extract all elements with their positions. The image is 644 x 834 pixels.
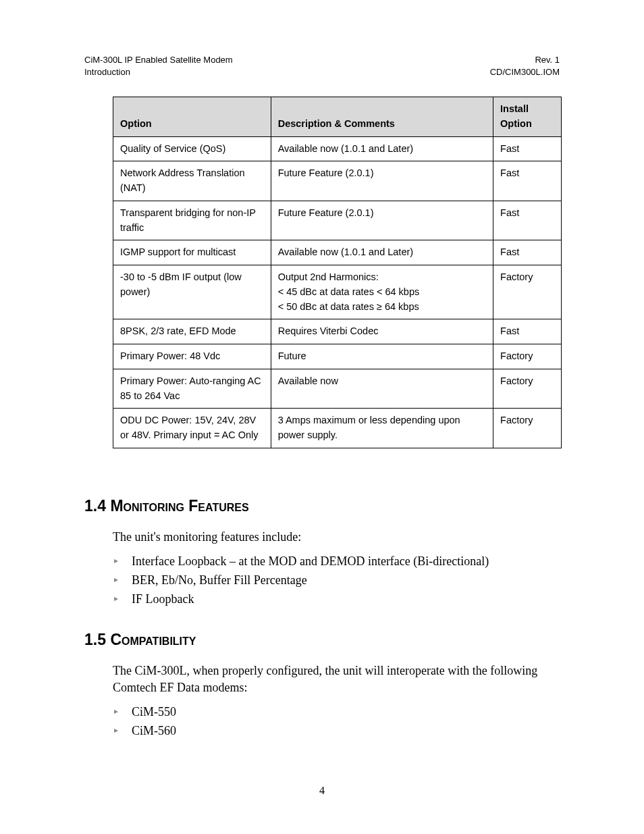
cell-desc: Requires Viterbi Codec xyxy=(271,319,493,344)
section-1-5-list: CiM-550 CiM-560 xyxy=(113,703,560,741)
section-number: 1.4 xyxy=(84,497,106,515)
cell-desc: Output 2nd Harmonics: < 45 dBc at data r… xyxy=(271,265,493,319)
page-header-left: CiM-300L IP Enabled Satellite Modem Intr… xyxy=(84,54,233,78)
cell-inst: Fast xyxy=(493,161,562,201)
section-1-5-intro: The CiM-300L, when properly configured, … xyxy=(113,662,560,696)
table-body: Quality of Service (QoS) Available now (… xyxy=(113,136,562,448)
cell-desc: 3 Amps maximum or less depending upon po… xyxy=(271,409,493,448)
cell-option: Primary Power: 48 Vdc xyxy=(113,344,271,369)
cell-option: Primary Power: Auto-ranging AC 85 to 264… xyxy=(113,369,271,409)
cell-desc: Future Feature (2.0.1) xyxy=(271,161,493,201)
table-row: 8PSK, 2/3 rate, EFD Mode Requires Viterb… xyxy=(113,319,562,344)
list-item: Interface Loopback – at the MOD and DEMO… xyxy=(113,552,560,571)
section-title: Monitoring Features xyxy=(110,497,248,515)
list-item: CiM-560 xyxy=(113,722,560,741)
list-item: IF Loopback xyxy=(113,590,560,609)
doc-rev-line: Rev. 1 xyxy=(490,54,560,66)
cell-desc: Available now (1.0.1 and Later) xyxy=(271,240,493,265)
cell-inst: Factory xyxy=(493,369,562,409)
table-row: -30 to -5 dBm IF output (low power) Outp… xyxy=(113,265,562,319)
page-number: 4 xyxy=(0,785,644,797)
table-row: Transparent bridging for non-IP traffic … xyxy=(113,201,562,240)
table-row: ODU DC Power: 15V, 24V, 28V or 48V. Prim… xyxy=(113,409,562,448)
cell-option: -30 to -5 dBm IF output (low power) xyxy=(113,265,271,319)
cell-option: Quality of Service (QoS) xyxy=(113,136,271,161)
cell-option: IGMP support for multicast xyxy=(113,240,271,265)
options-table: Option Description & Comments Install Op… xyxy=(113,97,562,448)
page-header-right: Rev. 1 CD/CIM300L.IOM xyxy=(490,54,560,78)
cell-desc: Future Feature (2.0.1) xyxy=(271,201,493,240)
page-header: CiM-300L IP Enabled Satellite Modem Intr… xyxy=(84,54,560,78)
cell-inst: Factory xyxy=(493,265,562,319)
table-row: Primary Power: Auto-ranging AC 85 to 264… xyxy=(113,369,562,409)
section-title: Compatibility xyxy=(110,631,196,648)
cell-inst: Fast xyxy=(493,136,562,161)
table-row: Network Address Translation (NAT) Future… xyxy=(113,161,562,201)
cell-inst: Fast xyxy=(493,201,562,240)
list-item: BER, Eb/No, Buffer Fill Percentage xyxy=(113,571,560,590)
doc-section-line: Introduction xyxy=(84,66,233,78)
table-row: Primary Power: 48 Vdc Future Factory xyxy=(113,344,562,369)
cell-inst: Factory xyxy=(493,409,562,448)
cell-inst: Fast xyxy=(493,319,562,344)
cell-desc: Future xyxy=(271,344,493,369)
cell-desc: Available now xyxy=(271,369,493,409)
cell-option: Network Address Translation (NAT) xyxy=(113,161,271,201)
section-1-5-heading: 1.5 Compatibility xyxy=(84,631,560,649)
table-row: Quality of Service (QoS) Available now (… xyxy=(113,136,562,161)
cell-option: 8PSK, 2/3 rate, EFD Mode xyxy=(113,319,271,344)
cell-inst: Fast xyxy=(493,240,562,265)
cell-option: Transparent bridging for non-IP traffic xyxy=(113,201,271,240)
th-install: Install Option xyxy=(493,97,562,137)
table-row: IGMP support for multicast Available now… xyxy=(113,240,562,265)
section-1-4-intro: The unit's monitoring features include: xyxy=(113,529,560,546)
section-1-4-list: Interface Loopback – at the MOD and DEMO… xyxy=(113,552,560,609)
section-number: 1.5 xyxy=(84,631,106,648)
th-description: Description & Comments xyxy=(271,97,493,137)
list-item: CiM-550 xyxy=(113,703,560,722)
table-header-row: Option Description & Comments Install Op… xyxy=(113,97,562,137)
cell-inst: Factory xyxy=(493,344,562,369)
cell-desc: Available now (1.0.1 and Later) xyxy=(271,136,493,161)
th-option: Option xyxy=(113,97,271,137)
doc-code-line: CD/CIM300L.IOM xyxy=(490,66,560,78)
cell-option: ODU DC Power: 15V, 24V, 28V or 48V. Prim… xyxy=(113,409,271,448)
section-1-4-heading: 1.4 Monitoring Features xyxy=(84,497,560,515)
doc-title-line: CiM-300L IP Enabled Satellite Modem xyxy=(84,54,233,66)
